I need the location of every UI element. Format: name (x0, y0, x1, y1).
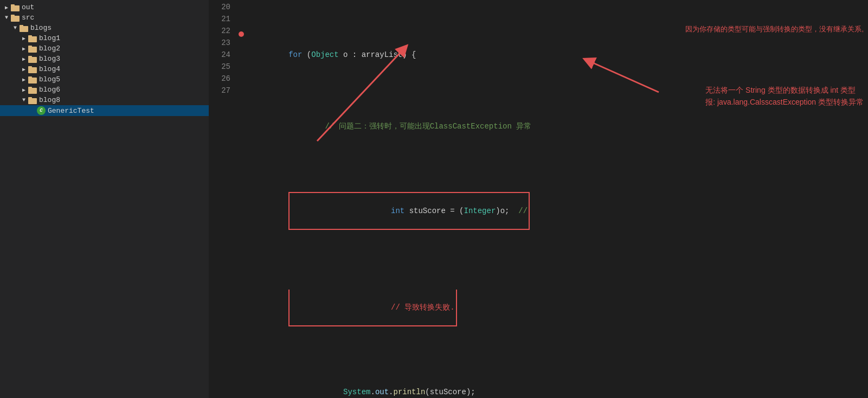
tree-item-blog2[interactable]: ▶ blog2 (0, 43, 209, 54)
tree-label-src: src (22, 14, 34, 22)
code-line-20: for (Object o : arrayList) { (252, 37, 868, 73)
folder-icon-src (11, 14, 20, 22)
generic-test-icon: C (37, 106, 46, 115)
code-editor: 20 21 22 23 24 25 26 27 for (Object o : … (209, 0, 868, 398)
line-numbers: 20 21 22 23 24 25 26 27 (209, 0, 236, 398)
code-line-22: int stuScore = (Integer)o; // (252, 180, 868, 242)
svg-rect-15 (28, 76, 32, 79)
svg-rect-9 (28, 46, 32, 48)
tree-label-out: out (22, 3, 34, 11)
tree-item-blog1[interactable]: ▶ blog1 (0, 33, 209, 43)
svg-rect-17 (28, 87, 32, 89)
folder-icon-blog5 (28, 76, 37, 84)
highlight-box-22: int stuScore = (Integer)o; // (288, 192, 530, 230)
tree-arrow-blogs: ▼ (11, 25, 20, 31)
tree-item-blogs[interactable]: ▼ blogs (0, 23, 209, 33)
folder-icon-blogs (20, 24, 28, 32)
tree-label-blogs: blogs (30, 24, 52, 32)
tree-item-generictest[interactable]: C GenericTest (0, 105, 209, 116)
svg-rect-11 (28, 56, 32, 58)
code-content: for (Object o : arrayList) { // 问题二：强转时，… (247, 0, 868, 398)
tree-item-blog8[interactable]: ▼ blog8 (0, 95, 209, 105)
file-tree: ▶ out ▼ src ▼ (0, 0, 209, 398)
top-area: ▶ out ▼ src ▼ (0, 0, 868, 398)
tree-label-generictest: GenericTest (48, 107, 94, 115)
breakpoint-dot (239, 31, 244, 37)
tree-arrow-src: ▼ (2, 15, 11, 21)
tree-item-blog3[interactable]: ▶ blog3 (0, 54, 209, 64)
tree-item-out[interactable]: ▶ out (0, 2, 209, 12)
svg-rect-13 (28, 66, 32, 68)
svg-rect-1 (11, 4, 15, 7)
gutter (236, 0, 247, 398)
folder-icon-blog6 (28, 86, 37, 94)
svg-rect-19 (28, 97, 32, 99)
folder-icon-blog4 (28, 66, 37, 73)
folder-icon-blog1 (28, 35, 37, 42)
folder-icon-blog8 (28, 97, 37, 104)
tree-item-blog5[interactable]: ▶ blog5 (0, 74, 209, 85)
code-line-23: // 导致转换失败. (252, 278, 868, 338)
svg-rect-3 (11, 15, 15, 17)
folder-icon-blog2 (28, 45, 37, 53)
tree-arrow-out: ▶ (2, 4, 11, 11)
folder-icon-out (11, 4, 20, 11)
annotation-right-2: 无法将一个 String 类型的数据转换成 int 类型 报: java.lan… (705, 84, 864, 108)
svg-rect-5 (20, 25, 23, 27)
svg-rect-7 (28, 35, 32, 37)
tree-item-src[interactable]: ▼ src (0, 12, 209, 23)
folder-icon-blog3 (28, 55, 37, 63)
tree-item-blog4[interactable]: ▶ blog4 (0, 64, 209, 74)
tree-item-blog6[interactable]: ▶ blog6 (0, 85, 209, 95)
code-line-21: // 问题二：强转时，可能出现ClassCastException 异常 (252, 108, 868, 144)
code-line-24: System.out.println(stuScore); (252, 374, 868, 398)
annotation-right: 因为你存储的类型可能与强制转换的类型，没有继承关系, (685, 24, 864, 35)
